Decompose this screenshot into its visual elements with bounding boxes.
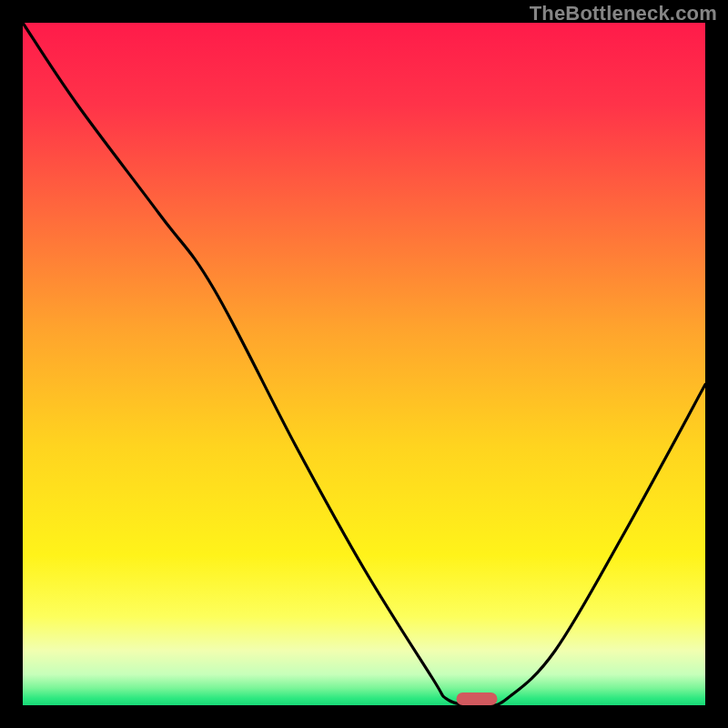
bottleneck-curve bbox=[23, 23, 705, 705]
chart-frame: TheBottleneck.com bbox=[0, 0, 728, 728]
plot-area bbox=[23, 23, 705, 705]
curve-layer bbox=[23, 23, 705, 705]
optimal-marker bbox=[456, 693, 497, 705]
